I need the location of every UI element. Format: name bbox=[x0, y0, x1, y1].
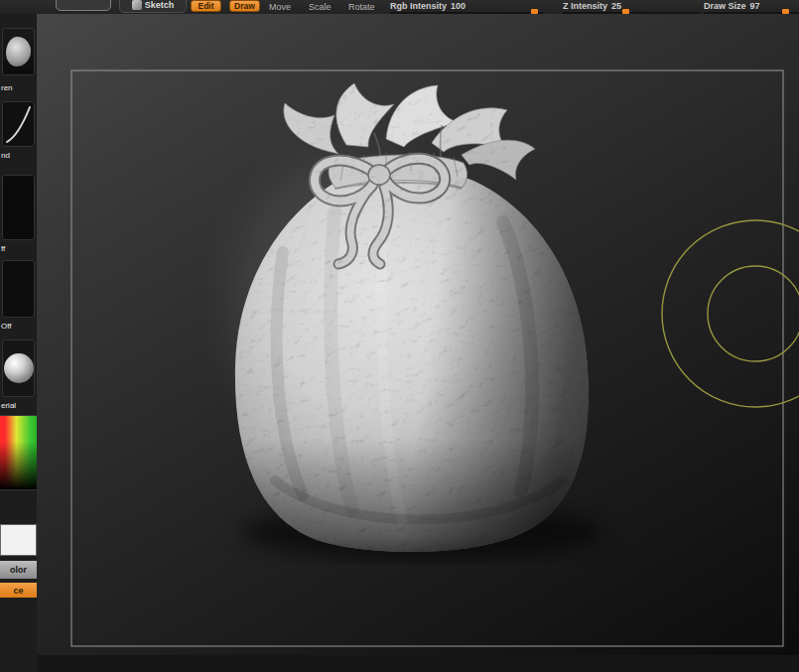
sketch-icon bbox=[132, 0, 142, 10]
sketch-button[interactable]: Sketch bbox=[119, 0, 187, 13]
scale-button[interactable]: Scale bbox=[309, 2, 332, 12]
texture-button[interactable] bbox=[2, 260, 35, 318]
rgb-intensity-value: 100 bbox=[451, 2, 466, 11]
brush-thumbnail-icon bbox=[6, 37, 31, 67]
material-sphere-icon bbox=[4, 353, 34, 383]
left-tray: ren nd ff Off erial olor ce bbox=[0, 14, 37, 672]
bottom-tray-edge bbox=[37, 655, 799, 672]
z-intensity-slider[interactable]: Z Intensity 25 bbox=[563, 0, 700, 14]
partial-top-button[interactable] bbox=[56, 0, 111, 11]
brush-outer-circle bbox=[662, 220, 799, 407]
draw-size-slider[interactable]: Draw Size 97 bbox=[704, 0, 799, 14]
z-intensity-label: Z Intensity bbox=[563, 2, 607, 11]
color-picker[interactable] bbox=[0, 415, 37, 490]
texture-label: Off bbox=[1, 322, 12, 331]
rgb-intensity-slider[interactable]: Rgb Intensity 100 bbox=[390, 0, 544, 14]
edit-button[interactable]: Edit bbox=[191, 0, 221, 12]
brush-label: ren bbox=[1, 83, 13, 92]
stroke-button[interactable] bbox=[2, 101, 35, 147]
stroke-curve-icon bbox=[3, 102, 34, 146]
viewport-render bbox=[37, 14, 799, 655]
document-viewport[interactable] bbox=[37, 14, 799, 655]
draw-button[interactable]: Draw bbox=[229, 0, 260, 12]
switch-color-button[interactable]: olor bbox=[0, 561, 37, 579]
bag-highlight bbox=[230, 158, 468, 456]
brush-size-cursor bbox=[662, 220, 799, 407]
slider-handle[interactable] bbox=[531, 9, 538, 14]
alpha-button[interactable] bbox=[2, 175, 35, 240]
secondary-color-swatch[interactable] bbox=[0, 524, 37, 556]
draw-size-value: 97 bbox=[750, 2, 760, 11]
stroke-label: nd bbox=[1, 151, 10, 160]
material-label: erial bbox=[1, 401, 16, 410]
top-shelf: Sketch Edit Draw Move Scale Rotate Rgb I… bbox=[0, 0, 799, 14]
slider-track bbox=[390, 12, 544, 14]
brush-inner-circle bbox=[708, 266, 799, 361]
move-button[interactable]: Move bbox=[269, 2, 291, 12]
z-intensity-value: 25 bbox=[611, 2, 621, 11]
rgb-intensity-label: Rgb Intensity bbox=[390, 2, 447, 11]
slider-handle[interactable] bbox=[782, 9, 789, 14]
draw-size-label: Draw Size bbox=[704, 2, 746, 11]
current-brush-button[interactable] bbox=[2, 28, 35, 75]
slider-handle[interactable] bbox=[622, 9, 629, 14]
alpha-label: ff bbox=[1, 244, 5, 253]
slider-track bbox=[563, 12, 700, 14]
rotate-button[interactable]: Rotate bbox=[348, 2, 375, 12]
material-button[interactable] bbox=[2, 339, 35, 397]
sketch-label: Sketch bbox=[145, 0, 175, 10]
tray-orange-button[interactable]: ce bbox=[0, 583, 37, 598]
